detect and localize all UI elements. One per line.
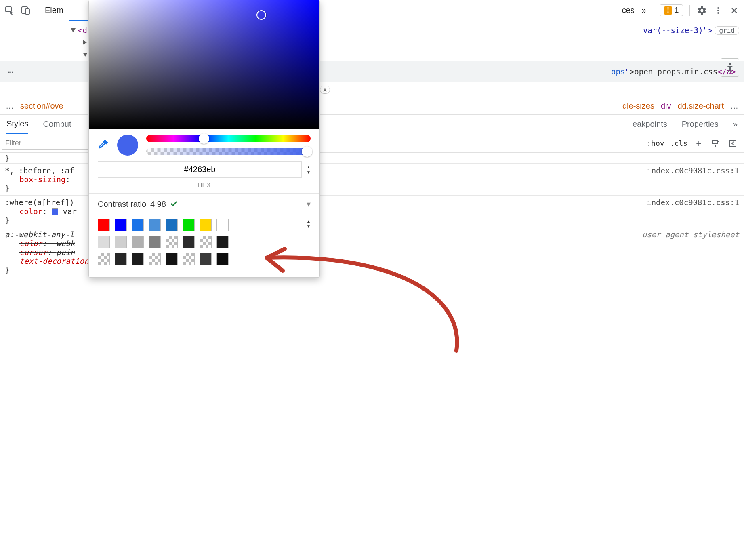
expand-triangle-icon[interactable] xyxy=(71,28,76,32)
hov-toggle[interactable]: :hov xyxy=(647,139,664,147)
issues-badge[interactable]: ! 1 xyxy=(660,4,683,16)
palette-stepper[interactable]: ▲▼ xyxy=(307,219,311,231)
prop-name: color xyxy=(19,239,42,248)
alpha-thumb[interactable] xyxy=(302,146,312,157)
alpha-slider[interactable] xyxy=(146,148,311,155)
prop-value: var xyxy=(63,207,77,216)
color-format-stepper[interactable]: ▲▼ xyxy=(307,165,311,175)
more-vert-icon[interactable] xyxy=(712,5,724,16)
palette-swatch[interactable] xyxy=(149,253,161,265)
svg-rect-7 xyxy=(712,140,717,143)
prop-value: poin xyxy=(57,248,75,257)
grid-badge[interactable]: grid xyxy=(715,26,739,35)
source-link[interactable]: index.c0c9081c.css:1 xyxy=(647,166,739,175)
prop-name: color xyxy=(19,207,42,216)
checkmark-icon xyxy=(170,200,177,209)
tab-sources-partial[interactable]: ces xyxy=(622,6,635,15)
palette-swatch[interactable] xyxy=(183,236,195,248)
prop-name: cursor xyxy=(19,248,47,257)
breadcrumb-ellipsis[interactable]: … xyxy=(6,101,14,111)
palette-swatch[interactable] xyxy=(166,219,178,231)
computed-panel-icon[interactable] xyxy=(727,138,738,149)
prop-name: text-decoration xyxy=(19,257,89,265)
inspect-element-icon[interactable] xyxy=(4,5,15,16)
tag-text: <d xyxy=(78,26,87,35)
color-swatch[interactable] xyxy=(52,208,58,215)
source-link[interactable]: index.c0c9081c.css:1 xyxy=(647,198,739,207)
contrast-label: Contrast ratio xyxy=(98,200,146,209)
breadcrumb-item[interactable]: dle-sizes xyxy=(622,101,654,111)
palette-swatch[interactable] xyxy=(166,236,178,248)
color-format-label: HEX xyxy=(89,182,319,193)
breadcrumb-item[interactable]: div xyxy=(661,101,671,111)
svg-point-3 xyxy=(717,7,719,9)
tabs-overflow[interactable]: » xyxy=(642,6,646,15)
selector[interactable]: :where(a[href]) xyxy=(5,198,74,207)
tab-elements[interactable]: Elem xyxy=(45,6,63,15)
tabs-overflow[interactable]: » xyxy=(733,120,738,129)
breadcrumb-item[interactable]: dd.size-chart xyxy=(678,101,724,111)
hue-thumb[interactable] xyxy=(199,133,209,144)
sv-cursor[interactable] xyxy=(256,10,266,20)
palette-swatch[interactable] xyxy=(183,219,195,231)
settings-gear-icon[interactable] xyxy=(696,5,708,16)
device-toolbar-icon[interactable] xyxy=(20,5,32,16)
tab-computed[interactable]: Comput xyxy=(43,120,71,129)
tab-breakpoints[interactable]: eakpoints xyxy=(633,120,667,129)
current-color-swatch[interactable] xyxy=(117,135,138,156)
warning-icon: ! xyxy=(664,6,672,15)
filter-input[interactable] xyxy=(2,137,90,150)
tab-properties[interactable]: Properties xyxy=(682,120,719,129)
hue-slider[interactable] xyxy=(146,135,311,142)
svg-point-6 xyxy=(729,63,731,65)
eyedropper-icon[interactable] xyxy=(98,139,109,152)
selector[interactable]: *, :before, :af xyxy=(5,166,74,175)
palette-swatch[interactable] xyxy=(200,236,212,248)
close-pill[interactable]: x xyxy=(320,86,330,94)
palette-swatch[interactable] xyxy=(132,219,144,231)
breadcrumb-ellipsis[interactable]: … xyxy=(730,101,738,111)
warning-count: 1 xyxy=(675,6,679,15)
paint-icon[interactable] xyxy=(710,138,721,149)
svg-rect-8 xyxy=(729,140,736,147)
palette-swatch[interactable] xyxy=(115,236,127,248)
text-node: >open-props.min.css xyxy=(630,67,717,76)
new-style-rule-icon[interactable]: ＋ xyxy=(693,138,704,149)
palette-swatch[interactable] xyxy=(98,236,110,248)
palette-swatch[interactable] xyxy=(200,253,212,265)
palette-swatch[interactable] xyxy=(98,253,110,265)
palette-swatch[interactable] xyxy=(166,253,178,265)
palette-swatch[interactable] xyxy=(200,219,212,231)
saturation-value-field[interactable] xyxy=(89,0,319,129)
palette-swatch[interactable] xyxy=(132,236,144,248)
tab-styles[interactable]: Styles xyxy=(6,115,28,134)
expand-triangle-icon[interactable] xyxy=(83,53,88,57)
palette-swatch[interactable] xyxy=(183,253,195,265)
palette-swatch[interactable] xyxy=(216,219,229,231)
close-icon[interactable] xyxy=(729,5,740,16)
palette-swatch[interactable] xyxy=(216,236,229,248)
palette-swatch[interactable] xyxy=(149,219,161,231)
contrast-ratio-row[interactable]: Contrast ratio 4.98 ▾ xyxy=(89,194,319,215)
palette-swatch[interactable] xyxy=(115,253,127,265)
cls-toggle[interactable]: .cls xyxy=(670,139,687,147)
palette-swatch[interactable] xyxy=(216,253,229,265)
hex-input[interactable] xyxy=(98,161,302,178)
prop-value: -webk xyxy=(52,239,75,248)
accessibility-icon[interactable] xyxy=(721,58,739,77)
palette-swatch[interactable] xyxy=(98,219,110,231)
color-palette: ▲▼ xyxy=(89,215,319,277)
source-ua: user agent stylesheet xyxy=(642,230,739,239)
color-picker: ▲▼ HEX Contrast ratio 4.98 ▾ ▲▼ xyxy=(88,0,320,277)
palette-swatch[interactable] xyxy=(149,236,161,248)
prop-name: box-sizing xyxy=(19,175,65,184)
palette-swatch[interactable] xyxy=(115,219,127,231)
chevron-down-icon[interactable]: ▾ xyxy=(307,199,311,209)
collapse-triangle-icon[interactable] xyxy=(83,40,87,45)
svg-point-4 xyxy=(717,10,719,11)
ellipsis-icon: ⋯ xyxy=(8,67,14,77)
palette-swatch[interactable] xyxy=(132,253,144,265)
breadcrumb-item[interactable]: section#ove xyxy=(20,101,63,111)
selector[interactable]: a:-webkit-any-l xyxy=(5,230,74,239)
link-text[interactable]: ops xyxy=(611,67,625,76)
